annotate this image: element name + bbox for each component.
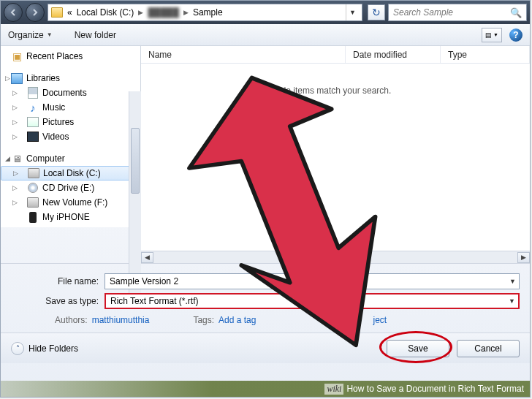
- chevron-right-icon: ▶: [138, 9, 143, 16]
- wiki-brand: wiki: [324, 384, 343, 395]
- dialog-footer: ˄ Hide Folders Save Cancel: [1, 332, 530, 363]
- breadcrumb-local-disk[interactable]: Local Disk (C:): [77, 7, 134, 18]
- cancel-button[interactable]: Cancel: [457, 340, 520, 357]
- file-list-panel: Name Date modified Type No items match y…: [141, 46, 530, 263]
- caret-icon[interactable]: ▷: [11, 133, 18, 140]
- empty-message: No items match your search.: [141, 86, 530, 96]
- tree-my-iphone[interactable]: My iPHONE: [1, 210, 140, 224]
- tags-field[interactable]: Tags: Add a tag: [193, 315, 256, 325]
- tree-computer[interactable]: ◢ 🖥 Computer: [1, 151, 140, 166]
- back-button[interactable]: [4, 3, 23, 22]
- column-headers: Name Date modified Type: [141, 46, 530, 64]
- breadcrumb-prefix: «: [67, 7, 72, 18]
- tree-new-volume[interactable]: ▷ New Volume (F:): [1, 195, 140, 210]
- file-name-input[interactable]: Sample Version 2 ▼: [104, 273, 520, 289]
- column-name[interactable]: Name: [141, 46, 346, 63]
- breadcrumb-sample[interactable]: Sample: [193, 7, 223, 18]
- tree-videos[interactable]: ▷ Videos: [1, 129, 140, 144]
- search-placeholder: Search Sample: [393, 7, 453, 18]
- tree-libraries[interactable]: ▷ Libraries: [1, 71, 140, 86]
- folder-tree[interactable]: ▣ Recent Places ▷ Libraries ▷ Documents …: [1, 46, 141, 227]
- forward-button[interactable]: [26, 3, 45, 22]
- tree-pictures[interactable]: ▷ Pictures: [1, 115, 140, 129]
- search-icon: 🔍: [510, 7, 522, 18]
- horizontal-scrollbar[interactable]: ◀ ▶: [141, 251, 530, 263]
- column-date-modified[interactable]: Date modified: [346, 46, 441, 63]
- caret-icon[interactable]: ▷: [11, 89, 18, 96]
- metadata-row: Authors: matthiumutthia Tags: Add a tag …: [55, 315, 520, 325]
- save-dialog-window: « Local Disk (C:) ▶ █████ ▶ Sample ▼ ↻ S…: [0, 0, 531, 398]
- chevron-up-icon: ˄: [11, 342, 24, 355]
- caret-icon[interactable]: ▷: [11, 199, 18, 206]
- scroll-track[interactable]: [153, 252, 517, 263]
- folder-icon: [51, 7, 63, 18]
- subject-field[interactable]: ject: [373, 315, 387, 325]
- chevron-down-icon[interactable]: ▼: [509, 278, 516, 285]
- disk-icon: [28, 167, 39, 179]
- chevron-down-icon: ▼: [47, 31, 53, 38]
- chevron-right-icon: ▶: [183, 9, 189, 16]
- documents-icon: [27, 87, 39, 99]
- scroll-right-button[interactable]: ▶: [517, 252, 530, 263]
- address-bar[interactable]: « Local Disk (C:) ▶ █████ ▶ Sample ▼: [48, 4, 362, 21]
- breadcrumb-redacted[interactable]: █████: [148, 7, 179, 18]
- new-folder-button[interactable]: New folder: [75, 30, 116, 40]
- disk-icon: [27, 197, 39, 208]
- column-type[interactable]: Type: [441, 46, 530, 63]
- authors-field[interactable]: Authors: matthiumutthia: [55, 315, 149, 325]
- caret-icon[interactable]: ▷: [12, 170, 19, 177]
- hide-folders-button[interactable]: ˄ Hide Folders: [11, 342, 78, 355]
- caption-text: How to Save a Document in Rich Text Form…: [346, 384, 524, 394]
- address-dropdown[interactable]: ▼: [346, 4, 359, 20]
- help-button[interactable]: ?: [509, 28, 522, 42]
- tree-documents[interactable]: ▷ Documents: [1, 86, 140, 100]
- computer-icon: 🖥: [11, 153, 23, 164]
- search-input[interactable]: Search Sample 🔍: [388, 4, 527, 21]
- toolbar: Organize ▼ New folder ▤ ▼ ?: [1, 24, 530, 46]
- caret-icon[interactable]: ◢: [4, 155, 11, 162]
- tree-music[interactable]: ▷ ♪ Music: [1, 100, 140, 115]
- save-as-type-dropdown[interactable]: Rich Text Format (*.rtf) ▼: [104, 293, 520, 309]
- save-form: File name: Sample Version 2 ▼ Save as ty…: [1, 264, 530, 332]
- save-button[interactable]: Save: [387, 340, 449, 357]
- recent-places-icon: ▣: [11, 50, 23, 62]
- view-options-button[interactable]: ▤ ▼: [482, 28, 502, 42]
- libraries-icon: [11, 72, 23, 84]
- scroll-left-button[interactable]: ◀: [141, 252, 153, 263]
- tree-cd-drive[interactable]: ▷ CD Drive (E:): [1, 180, 140, 195]
- cd-icon: [28, 183, 38, 193]
- tree-recent-places[interactable]: ▣ Recent Places: [1, 49, 140, 64]
- file-name-label: File name:: [11, 276, 104, 286]
- chevron-down-icon[interactable]: ▼: [509, 297, 515, 305]
- watermark-caption: wiki How to Save a Document in Rich Text…: [1, 381, 530, 397]
- tree-local-disk[interactable]: ▷ Local Disk (C:): [1, 166, 140, 180]
- titlebar-nav: « Local Disk (C:) ▶ █████ ▶ Sample ▼ ↻ S…: [1, 1, 530, 24]
- save-as-type-label: Save as type:: [11, 296, 104, 306]
- refresh-button[interactable]: ↻: [368, 4, 385, 20]
- music-icon: ♪: [27, 102, 39, 113]
- caret-icon[interactable]: ▷: [4, 75, 11, 82]
- main-panel: ▣ Recent Places ▷ Libraries ▷ Documents …: [1, 46, 530, 264]
- videos-icon: [27, 131, 39, 142]
- caret-icon[interactable]: ▷: [11, 118, 18, 126]
- caret-icon[interactable]: ▷: [11, 184, 18, 191]
- organize-button[interactable]: Organize ▼: [8, 30, 53, 40]
- caret-icon[interactable]: ▷: [11, 104, 18, 111]
- pictures-icon: [27, 116, 39, 128]
- iphone-icon: [27, 211, 39, 223]
- scrollbar-thumb[interactable]: [131, 128, 140, 194]
